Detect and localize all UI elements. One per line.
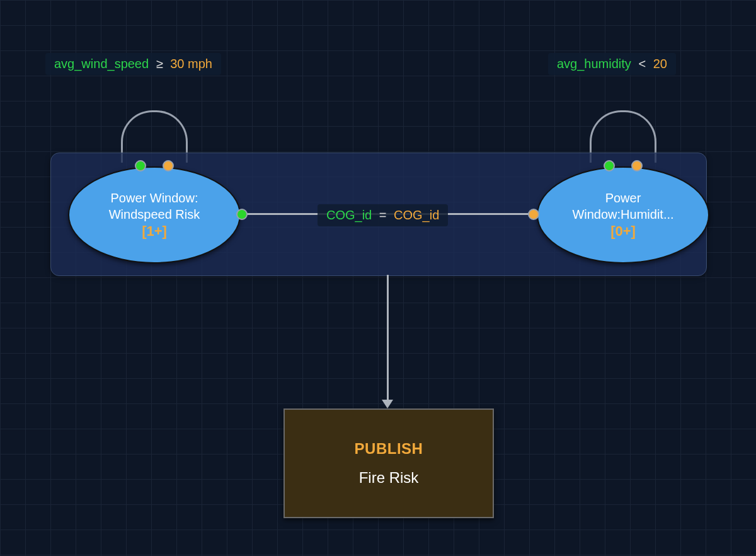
node-line1: Power xyxy=(593,190,654,206)
arrowhead-down-icon xyxy=(382,400,393,408)
cond-var: avg_humidity xyxy=(557,57,631,71)
join-right: COG_id xyxy=(394,208,439,222)
join-op: = xyxy=(375,208,391,222)
node-humidity-risk[interactable]: Power Window:Humidit... [0+] xyxy=(537,166,709,264)
cond-op: ≥ xyxy=(152,57,167,71)
port-green[interactable] xyxy=(135,160,146,171)
port-orange[interactable] xyxy=(631,160,643,171)
publish-node[interactable]: PUBLISH Fire Risk xyxy=(284,408,494,518)
publish-title: PUBLISH xyxy=(355,440,423,458)
condition-humidity[interactable]: avg_humidity < 20 xyxy=(548,53,676,75)
node-count: [1+] xyxy=(142,223,167,241)
port-orange[interactable] xyxy=(163,160,174,171)
node-line2: Windspeed Risk xyxy=(96,206,213,223)
publish-subtitle: Fire Risk xyxy=(359,469,419,487)
join-condition[interactable]: COG_id = COG_id xyxy=(318,204,448,226)
condition-windspeed[interactable]: avg_wind_speed ≥ 30 mph xyxy=(45,53,221,75)
port-out-green[interactable] xyxy=(236,209,248,220)
port-green[interactable] xyxy=(604,160,615,171)
edge-container-to-publish xyxy=(387,275,389,401)
join-left: COG_id xyxy=(326,208,372,222)
cond-val: 30 mph xyxy=(170,57,212,71)
diagram-canvas[interactable]: avg_wind_speed ≥ 30 mph avg_humidity < 2… xyxy=(0,0,756,556)
node-count: [0+] xyxy=(610,223,636,241)
port-in-orange[interactable] xyxy=(528,209,539,220)
node-line2: Window:Humidit... xyxy=(559,206,686,223)
cond-val: 20 xyxy=(653,57,667,71)
cond-op: < xyxy=(634,57,650,71)
node-windspeed-risk[interactable]: Power Window: Windspeed Risk [1+] xyxy=(68,166,241,264)
cond-var: avg_wind_speed xyxy=(54,57,149,71)
node-line1: Power Window: xyxy=(98,190,211,206)
